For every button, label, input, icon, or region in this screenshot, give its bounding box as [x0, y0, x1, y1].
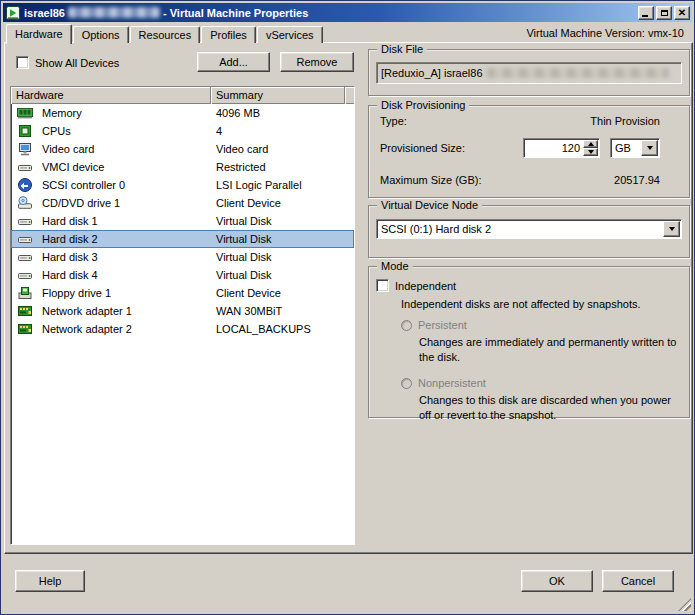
device-label: Floppy drive 1: [42, 287, 111, 299]
hardware-row-vmci-device[interactable]: VMCI deviceRestricted: [11, 158, 354, 176]
device-summary: Client Device: [211, 287, 354, 299]
close-button[interactable]: ✕: [674, 6, 690, 20]
close-icon: ✕: [678, 8, 686, 18]
memory-icon: [17, 105, 33, 121]
provisioned-size-spinner: [583, 140, 598, 156]
persistent-desc: Changes are immediately and permanently …: [419, 335, 681, 365]
device-label: Hard disk 4: [42, 269, 98, 281]
maximize-button[interactable]: [656, 6, 672, 20]
device-label: VMCI device: [42, 161, 104, 173]
tab-hardware[interactable]: Hardware: [6, 24, 72, 44]
vmci-icon: [17, 159, 33, 175]
column-header-summary[interactable]: Summary: [211, 87, 345, 104]
device-label: Hard disk 2: [42, 233, 98, 245]
device-summary: Virtual Disk: [211, 269, 354, 281]
titlebar: israel86 - Virtual Machine Properties ✕: [3, 3, 692, 22]
independent-checkbox[interactable]: Independent: [376, 279, 456, 292]
disk-file-legend: Disk File: [377, 43, 427, 55]
hardware-row-floppy-drive-1[interactable]: Floppy drive 1Client Device: [11, 284, 354, 302]
column-header-filler: [345, 87, 354, 104]
tab-strip: HardwareOptionsResourcesProfilesvService…: [6, 23, 324, 43]
device-summary: Virtual Disk: [211, 233, 354, 245]
tab-profiles[interactable]: Profiles: [201, 26, 256, 43]
hardware-row-network-adapter-2[interactable]: Network adapter 2LOCAL_BACKUPS: [11, 320, 354, 338]
device-label: Hard disk 1: [42, 215, 98, 227]
scsi-controller-icon: [17, 177, 33, 193]
maximize-icon: [661, 10, 668, 16]
device-summary: WAN 30MBiT: [211, 305, 354, 317]
independent-box[interactable]: [376, 279, 389, 292]
hardware-row-network-adapter-1[interactable]: Network adapter 1WAN 30MBiT: [11, 302, 354, 320]
unit-select[interactable]: GB: [610, 138, 660, 158]
show-all-devices-label: Show All Devices: [35, 57, 119, 69]
disk-provisioning-legend: Disk Provisioning: [377, 99, 469, 111]
device-summary: Video card: [211, 143, 354, 155]
device-summary: Virtual Disk: [211, 251, 354, 263]
tab-resources[interactable]: Resources: [130, 26, 201, 43]
minimize-icon: [642, 15, 648, 17]
device-summary: LOCAL_BACKUPS: [211, 323, 354, 335]
independent-label: Independent: [395, 280, 456, 292]
show-all-devices-box[interactable]: [16, 56, 29, 69]
hardware-row-video-card[interactable]: Video cardVideo card: [11, 140, 354, 158]
tab-options[interactable]: Options: [73, 26, 129, 43]
disk-file-value: [Reduxio_A] israel86: [381, 67, 483, 79]
device-summary: Client Device: [211, 197, 354, 209]
persistent-label: Persistent: [418, 319, 467, 331]
device-label: Memory: [42, 107, 82, 119]
provisioned-size-value[interactable]: 120: [524, 139, 583, 157]
hardware-row-cd-dvd-drive-1[interactable]: CD/DVD drive 1Client Device: [11, 194, 354, 212]
hardware-rows: Memory4096 MBCPUs4Video cardVideo cardVM…: [11, 104, 354, 338]
show-all-devices-checkbox[interactable]: Show All Devices: [16, 56, 119, 69]
vm-properties-dialog: israel86 - Virtual Machine Properties ✕ …: [0, 0, 695, 615]
remove-device-button[interactable]: Remove: [280, 52, 354, 72]
hardware-row-hard-disk-2[interactable]: Hard disk 2Virtual Disk: [11, 230, 354, 248]
dropdown-arrow-icon: [669, 227, 675, 231]
hardware-row-cpus[interactable]: CPUs4: [11, 122, 354, 140]
help-button[interactable]: Help: [15, 570, 85, 592]
type-label: Type:: [380, 115, 407, 127]
window-controls: ✕: [638, 6, 690, 20]
provisioned-size-input[interactable]: 120: [523, 138, 600, 158]
column-header-hardware[interactable]: Hardware: [11, 87, 211, 104]
hardware-list[interactable]: Hardware Summary Memory4096 MBCPUs4Video…: [10, 86, 355, 545]
add-device-button[interactable]: Add...: [197, 52, 270, 72]
ok-button[interactable]: OK: [521, 570, 593, 592]
network-adapter-icon: [17, 321, 33, 337]
persistent-radio[interactable]: Persistent: [401, 319, 467, 331]
vm-version-label: Virtual Machine Version: vmx-10: [526, 27, 684, 39]
up-arrow-icon: [588, 142, 594, 146]
nonpersistent-desc: Changes to this disk are discarded when …: [419, 393, 681, 423]
cd-dvd-icon: [17, 195, 33, 211]
tab-vservices[interactable]: vServices: [257, 26, 323, 43]
floppy-icon: [17, 285, 33, 301]
hardware-row-hard-disk-4[interactable]: Hard disk 4Virtual Disk: [11, 266, 354, 284]
nonpersistent-radio[interactable]: Nonpersistent: [401, 377, 486, 389]
size-decrement-button[interactable]: [583, 148, 598, 156]
redacted-title-text: [68, 7, 160, 18]
device-node-select[interactable]: SCSI (0:1) Hard disk 2: [376, 219, 682, 239]
device-node-dropdown-button[interactable]: [663, 221, 680, 237]
device-label: CD/DVD drive 1: [42, 197, 120, 209]
hard-disk-icon: [17, 213, 33, 229]
persistent-radio-circle[interactable]: [401, 320, 412, 331]
device-summary: 4096 MB: [211, 107, 354, 119]
size-increment-button[interactable]: [583, 140, 598, 148]
hardware-row-scsi-controller-0[interactable]: SCSI controller 0LSI Logic Parallel: [11, 176, 354, 194]
hardware-row-hard-disk-3[interactable]: Hard disk 3Virtual Disk: [11, 248, 354, 266]
unit-dropdown-button[interactable]: [641, 140, 658, 156]
hard-disk-icon: [17, 231, 33, 247]
minimize-button[interactable]: [638, 6, 654, 20]
device-label: CPUs: [42, 125, 71, 137]
nonpersistent-label: Nonpersistent: [418, 377, 486, 389]
device-label: Network adapter 2: [42, 323, 132, 335]
vmware-vm-icon: [6, 6, 20, 20]
hardware-row-memory[interactable]: Memory4096 MB: [11, 104, 354, 122]
hardware-row-hard-disk-1[interactable]: Hard disk 1Virtual Disk: [11, 212, 354, 230]
nonpersistent-radio-circle[interactable]: [401, 378, 412, 389]
cpu-icon: [17, 123, 33, 139]
device-label: Network adapter 1: [42, 305, 132, 317]
resize-grip[interactable]: [678, 598, 691, 611]
device-summary: LSI Logic Parallel: [211, 179, 354, 191]
cancel-button[interactable]: Cancel: [602, 570, 674, 592]
